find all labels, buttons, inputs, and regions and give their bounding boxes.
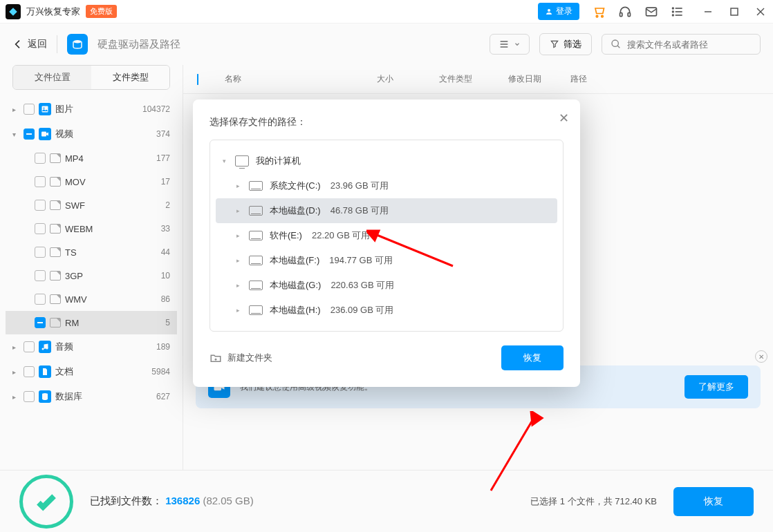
svg-rect-4 bbox=[628, 12, 630, 16]
recover-button[interactable]: 恢复 bbox=[673, 487, 754, 516]
filetype-count: 177 bbox=[156, 153, 170, 163]
drive-g[interactable]: ▸本地磁盘(G:)220.63 GB 可用 bbox=[216, 273, 557, 298]
category-count: 104372 bbox=[142, 104, 170, 114]
back-button[interactable]: 返回 bbox=[12, 38, 47, 50]
svg-point-10 bbox=[673, 11, 674, 12]
expand-icon: ▸ bbox=[236, 207, 242, 214]
folder-plus-icon bbox=[209, 352, 222, 364]
filetype-3gp[interactable]: 3GP10 bbox=[6, 264, 177, 287]
checkbox[interactable] bbox=[24, 366, 35, 377]
minimize-icon[interactable] bbox=[701, 5, 715, 19]
col-size[interactable]: 大小 bbox=[377, 73, 439, 85]
checkbox[interactable] bbox=[35, 294, 46, 305]
svg-point-0 bbox=[548, 9, 550, 12]
svg-point-11 bbox=[673, 15, 674, 16]
category-database[interactable]: ▸ 数据库 627 bbox=[6, 384, 177, 409]
file-icon bbox=[50, 318, 61, 327]
selected-text: 已选择 1 个文件，共 712.40 KB bbox=[530, 495, 657, 508]
filetype-ts[interactable]: TS44 bbox=[6, 240, 177, 264]
svg-rect-13 bbox=[731, 8, 738, 15]
drive-e[interactable]: ▸软件(E:)22.20 GB 可用 bbox=[216, 223, 557, 248]
col-path[interactable]: 路径 bbox=[570, 73, 759, 85]
filter-button[interactable]: 筛选 bbox=[539, 33, 592, 55]
filetype-swf[interactable]: SWF2 bbox=[6, 193, 177, 217]
category-document[interactable]: ▸ 文档 5984 bbox=[6, 359, 177, 384]
login-button[interactable]: 登录 bbox=[538, 3, 579, 20]
view-dropdown[interactable] bbox=[490, 34, 530, 55]
svg-line-21 bbox=[617, 46, 620, 48]
found-text: 已找到文件数： 136826 (82.05 GB) bbox=[90, 495, 254, 508]
app-name: 万兴恢复专家 bbox=[26, 6, 80, 18]
col-type[interactable]: 文件类型 bbox=[439, 73, 508, 85]
path-root[interactable]: ▾ 我的计算机 bbox=[216, 149, 557, 173]
expand-icon: ▸ bbox=[236, 232, 242, 239]
search-input[interactable] bbox=[627, 39, 752, 50]
col-name[interactable]: 名称 bbox=[225, 73, 377, 85]
category-audio[interactable]: ▸ 音频 189 bbox=[6, 334, 177, 359]
checkbox[interactable] bbox=[24, 391, 35, 402]
drive-icon bbox=[67, 34, 88, 55]
filter-icon bbox=[550, 39, 559, 49]
headset-icon[interactable] bbox=[618, 5, 632, 19]
checkbox[interactable] bbox=[24, 341, 35, 352]
database-icon bbox=[39, 390, 51, 403]
maximize-icon[interactable] bbox=[727, 5, 741, 19]
filetype-webm[interactable]: WEBM33 bbox=[6, 217, 177, 240]
checkbox[interactable] bbox=[35, 200, 46, 211]
category-label: 文档 bbox=[55, 365, 73, 378]
banner-close-icon[interactable]: ✕ bbox=[755, 350, 767, 363]
drive-h[interactable]: ▸本地磁盘(H:)236.09 GB 可用 bbox=[216, 298, 557, 323]
mail-icon[interactable] bbox=[644, 5, 658, 19]
svg-point-9 bbox=[673, 8, 674, 9]
drive-title: 硬盘驱动器及路径 bbox=[97, 38, 180, 51]
filetype-mov[interactable]: MOV17 bbox=[6, 170, 177, 193]
list-icon[interactable] bbox=[671, 5, 684, 19]
svg-point-23 bbox=[44, 108, 45, 109]
checkbox[interactable] bbox=[35, 270, 46, 281]
image-icon bbox=[39, 103, 51, 115]
collapse-icon: ▾ bbox=[223, 158, 228, 164]
search-box[interactable] bbox=[602, 34, 761, 55]
select-all-checkbox[interactable] bbox=[197, 74, 198, 85]
sidebar: 文件位置 文件类型 ▸ 图片 104372 ▾ 视频 374 MP4177 MO… bbox=[0, 65, 183, 470]
close-icon[interactable] bbox=[754, 5, 767, 19]
col-date[interactable]: 修改日期 bbox=[508, 73, 570, 85]
category-images[interactable]: ▸ 图片 104372 bbox=[6, 97, 177, 122]
filetype-mp4[interactable]: MP4177 bbox=[6, 146, 177, 170]
checkbox[interactable] bbox=[35, 153, 46, 164]
progress-indicator bbox=[19, 475, 73, 529]
checkbox[interactable] bbox=[35, 176, 46, 187]
svg-point-16 bbox=[73, 40, 82, 44]
svg-rect-24 bbox=[41, 132, 46, 137]
filetype-count: 44 bbox=[161, 247, 170, 257]
category-video[interactable]: ▾ 视频 374 bbox=[6, 122, 177, 146]
checkbox[interactable] bbox=[24, 104, 35, 115]
category-label: 音频 bbox=[55, 341, 73, 353]
modal-recover-button[interactable]: 恢复 bbox=[501, 345, 564, 370]
filetype-rm[interactable]: RM5 bbox=[6, 311, 177, 334]
drive-f[interactable]: ▸本地磁盘(F:)194.77 GB 可用 bbox=[216, 248, 557, 273]
checkbox[interactable] bbox=[35, 247, 46, 258]
drive-d[interactable]: ▸本地磁盘(D:)46.78 GB 可用 bbox=[216, 198, 557, 223]
checkbox[interactable] bbox=[35, 317, 46, 328]
file-icon bbox=[50, 200, 61, 210]
checkbox[interactable] bbox=[35, 223, 46, 234]
new-folder-button[interactable]: 新建文件夹 bbox=[209, 352, 272, 364]
tab-file-location[interactable]: 文件位置 bbox=[13, 66, 91, 89]
checkbox[interactable] bbox=[24, 129, 35, 140]
cart-icon[interactable] bbox=[592, 5, 606, 19]
svg-rect-3 bbox=[620, 12, 622, 16]
login-label: 登录 bbox=[556, 6, 572, 17]
drive-c[interactable]: ▸系统文件(C:)23.96 GB 可用 bbox=[216, 173, 557, 198]
back-label: 返回 bbox=[28, 38, 47, 50]
category-count: 627 bbox=[156, 392, 170, 401]
svg-point-1 bbox=[596, 15, 598, 17]
modal-close-icon[interactable]: ✕ bbox=[559, 111, 569, 126]
filetype-label: MP4 bbox=[65, 153, 84, 164]
learn-more-button[interactable]: 了解更多 bbox=[684, 375, 748, 399]
expand-icon: ▸ bbox=[236, 307, 242, 314]
tab-file-type[interactable]: 文件类型 bbox=[91, 66, 169, 89]
filetype-wmv[interactable]: WMV86 bbox=[6, 287, 177, 311]
free-badge: 免费版 bbox=[86, 5, 117, 18]
svg-point-20 bbox=[612, 40, 618, 46]
